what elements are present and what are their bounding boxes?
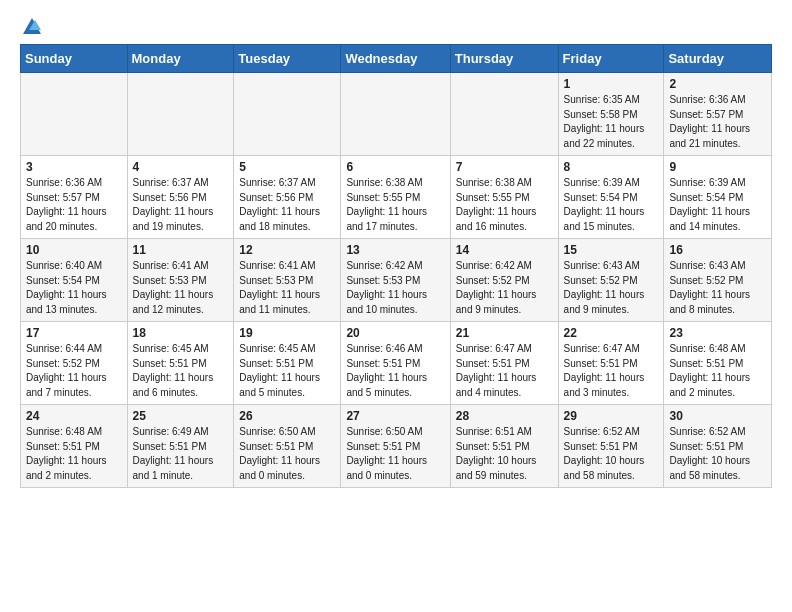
day-number: 20 <box>346 326 444 340</box>
calendar-week-row: 17Sunrise: 6:44 AM Sunset: 5:52 PM Dayli… <box>21 322 772 405</box>
day-info: Sunrise: 6:47 AM Sunset: 5:51 PM Dayligh… <box>456 342 553 400</box>
day-info: Sunrise: 6:51 AM Sunset: 5:51 PM Dayligh… <box>456 425 553 483</box>
calendar-cell: 15Sunrise: 6:43 AM Sunset: 5:52 PM Dayli… <box>558 239 664 322</box>
day-number: 24 <box>26 409 122 423</box>
day-info: Sunrise: 6:45 AM Sunset: 5:51 PM Dayligh… <box>133 342 229 400</box>
calendar-cell: 25Sunrise: 6:49 AM Sunset: 5:51 PM Dayli… <box>127 405 234 488</box>
logo-area <box>20 16 43 38</box>
calendar-week-row: 24Sunrise: 6:48 AM Sunset: 5:51 PM Dayli… <box>21 405 772 488</box>
day-info: Sunrise: 6:43 AM Sunset: 5:52 PM Dayligh… <box>669 259 766 317</box>
day-info: Sunrise: 6:50 AM Sunset: 5:51 PM Dayligh… <box>239 425 335 483</box>
day-number: 12 <box>239 243 335 257</box>
calendar-cell <box>234 73 341 156</box>
day-info: Sunrise: 6:41 AM Sunset: 5:53 PM Dayligh… <box>133 259 229 317</box>
weekday-header-monday: Monday <box>127 45 234 73</box>
day-info: Sunrise: 6:43 AM Sunset: 5:52 PM Dayligh… <box>564 259 659 317</box>
calendar-week-row: 3Sunrise: 6:36 AM Sunset: 5:57 PM Daylig… <box>21 156 772 239</box>
logo <box>20 16 43 38</box>
day-info: Sunrise: 6:41 AM Sunset: 5:53 PM Dayligh… <box>239 259 335 317</box>
header <box>20 16 772 38</box>
day-number: 19 <box>239 326 335 340</box>
calendar-cell: 16Sunrise: 6:43 AM Sunset: 5:52 PM Dayli… <box>664 239 772 322</box>
day-info: Sunrise: 6:37 AM Sunset: 5:56 PM Dayligh… <box>239 176 335 234</box>
calendar-cell: 11Sunrise: 6:41 AM Sunset: 5:53 PM Dayli… <box>127 239 234 322</box>
calendar-cell: 13Sunrise: 6:42 AM Sunset: 5:53 PM Dayli… <box>341 239 450 322</box>
day-info: Sunrise: 6:37 AM Sunset: 5:56 PM Dayligh… <box>133 176 229 234</box>
calendar-cell: 30Sunrise: 6:52 AM Sunset: 5:51 PM Dayli… <box>664 405 772 488</box>
day-number: 26 <box>239 409 335 423</box>
day-info: Sunrise: 6:50 AM Sunset: 5:51 PM Dayligh… <box>346 425 444 483</box>
calendar-header: SundayMondayTuesdayWednesdayThursdayFrid… <box>21 45 772 73</box>
calendar-cell: 24Sunrise: 6:48 AM Sunset: 5:51 PM Dayli… <box>21 405 128 488</box>
calendar-cell: 8Sunrise: 6:39 AM Sunset: 5:54 PM Daylig… <box>558 156 664 239</box>
calendar-cell: 20Sunrise: 6:46 AM Sunset: 5:51 PM Dayli… <box>341 322 450 405</box>
day-number: 23 <box>669 326 766 340</box>
page: SundayMondayTuesdayWednesdayThursdayFrid… <box>0 0 792 504</box>
calendar-cell <box>341 73 450 156</box>
calendar-week-row: 1Sunrise: 6:35 AM Sunset: 5:58 PM Daylig… <box>21 73 772 156</box>
calendar-cell: 22Sunrise: 6:47 AM Sunset: 5:51 PM Dayli… <box>558 322 664 405</box>
day-info: Sunrise: 6:38 AM Sunset: 5:55 PM Dayligh… <box>456 176 553 234</box>
calendar-body: 1Sunrise: 6:35 AM Sunset: 5:58 PM Daylig… <box>21 73 772 488</box>
day-info: Sunrise: 6:42 AM Sunset: 5:52 PM Dayligh… <box>456 259 553 317</box>
calendar-cell: 5Sunrise: 6:37 AM Sunset: 5:56 PM Daylig… <box>234 156 341 239</box>
day-info: Sunrise: 6:40 AM Sunset: 5:54 PM Dayligh… <box>26 259 122 317</box>
day-number: 17 <box>26 326 122 340</box>
day-info: Sunrise: 6:38 AM Sunset: 5:55 PM Dayligh… <box>346 176 444 234</box>
day-info: Sunrise: 6:47 AM Sunset: 5:51 PM Dayligh… <box>564 342 659 400</box>
day-number: 6 <box>346 160 444 174</box>
calendar-cell: 21Sunrise: 6:47 AM Sunset: 5:51 PM Dayli… <box>450 322 558 405</box>
day-number: 16 <box>669 243 766 257</box>
calendar-cell: 9Sunrise: 6:39 AM Sunset: 5:54 PM Daylig… <box>664 156 772 239</box>
day-number: 5 <box>239 160 335 174</box>
day-number: 11 <box>133 243 229 257</box>
day-number: 3 <box>26 160 122 174</box>
day-number: 22 <box>564 326 659 340</box>
day-info: Sunrise: 6:39 AM Sunset: 5:54 PM Dayligh… <box>669 176 766 234</box>
day-number: 15 <box>564 243 659 257</box>
day-info: Sunrise: 6:44 AM Sunset: 5:52 PM Dayligh… <box>26 342 122 400</box>
weekday-header-wednesday: Wednesday <box>341 45 450 73</box>
calendar-cell: 18Sunrise: 6:45 AM Sunset: 5:51 PM Dayli… <box>127 322 234 405</box>
calendar-cell: 28Sunrise: 6:51 AM Sunset: 5:51 PM Dayli… <box>450 405 558 488</box>
calendar-cell: 27Sunrise: 6:50 AM Sunset: 5:51 PM Dayli… <box>341 405 450 488</box>
calendar-cell: 3Sunrise: 6:36 AM Sunset: 5:57 PM Daylig… <box>21 156 128 239</box>
logo-icon <box>21 16 43 38</box>
weekday-header-tuesday: Tuesday <box>234 45 341 73</box>
calendar-cell: 26Sunrise: 6:50 AM Sunset: 5:51 PM Dayli… <box>234 405 341 488</box>
day-number: 13 <box>346 243 444 257</box>
day-number: 25 <box>133 409 229 423</box>
day-info: Sunrise: 6:35 AM Sunset: 5:58 PM Dayligh… <box>564 93 659 151</box>
day-number: 14 <box>456 243 553 257</box>
day-number: 21 <box>456 326 553 340</box>
calendar-cell: 17Sunrise: 6:44 AM Sunset: 5:52 PM Dayli… <box>21 322 128 405</box>
day-info: Sunrise: 6:42 AM Sunset: 5:53 PM Dayligh… <box>346 259 444 317</box>
day-number: 1 <box>564 77 659 91</box>
weekday-header-sunday: Sunday <box>21 45 128 73</box>
day-number: 18 <box>133 326 229 340</box>
day-number: 9 <box>669 160 766 174</box>
calendar-cell: 12Sunrise: 6:41 AM Sunset: 5:53 PM Dayli… <box>234 239 341 322</box>
calendar-table: SundayMondayTuesdayWednesdayThursdayFrid… <box>20 44 772 488</box>
calendar-cell: 23Sunrise: 6:48 AM Sunset: 5:51 PM Dayli… <box>664 322 772 405</box>
calendar-cell <box>450 73 558 156</box>
day-number: 2 <box>669 77 766 91</box>
day-number: 30 <box>669 409 766 423</box>
day-number: 10 <box>26 243 122 257</box>
calendar-cell: 1Sunrise: 6:35 AM Sunset: 5:58 PM Daylig… <box>558 73 664 156</box>
calendar-week-row: 10Sunrise: 6:40 AM Sunset: 5:54 PM Dayli… <box>21 239 772 322</box>
calendar-cell <box>127 73 234 156</box>
day-info: Sunrise: 6:39 AM Sunset: 5:54 PM Dayligh… <box>564 176 659 234</box>
calendar-cell: 19Sunrise: 6:45 AM Sunset: 5:51 PM Dayli… <box>234 322 341 405</box>
day-number: 4 <box>133 160 229 174</box>
day-number: 28 <box>456 409 553 423</box>
day-info: Sunrise: 6:48 AM Sunset: 5:51 PM Dayligh… <box>669 342 766 400</box>
weekday-header-friday: Friday <box>558 45 664 73</box>
weekday-header-thursday: Thursday <box>450 45 558 73</box>
day-info: Sunrise: 6:36 AM Sunset: 5:57 PM Dayligh… <box>669 93 766 151</box>
day-info: Sunrise: 6:46 AM Sunset: 5:51 PM Dayligh… <box>346 342 444 400</box>
calendar-cell: 10Sunrise: 6:40 AM Sunset: 5:54 PM Dayli… <box>21 239 128 322</box>
day-number: 7 <box>456 160 553 174</box>
day-info: Sunrise: 6:52 AM Sunset: 5:51 PM Dayligh… <box>564 425 659 483</box>
day-number: 29 <box>564 409 659 423</box>
